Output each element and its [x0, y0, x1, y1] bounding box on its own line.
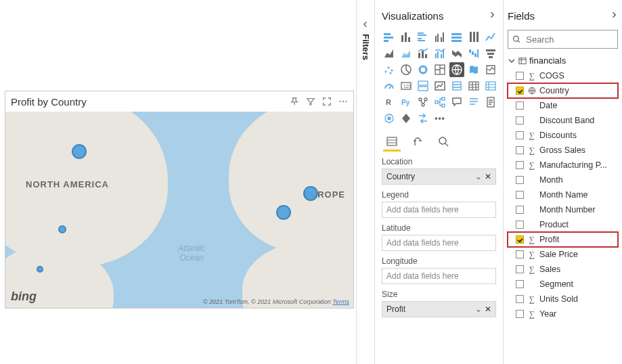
- checkbox[interactable]: [516, 265, 524, 273]
- remove-icon[interactable]: ✕: [485, 304, 491, 314]
- python-visual-icon[interactable]: Py: [399, 95, 414, 110]
- ribbon-chart-icon[interactable]: [449, 46, 464, 61]
- map-icon[interactable]: [449, 62, 464, 77]
- checkbox[interactable]: [516, 280, 524, 288]
- field-sales[interactable]: ∑Sales: [508, 262, 618, 277]
- focus-mode-icon[interactable]: [322, 97, 332, 106]
- stacked-area-icon[interactable]: [399, 46, 414, 61]
- checkbox[interactable]: [516, 87, 524, 95]
- treemap-icon[interactable]: [432, 62, 447, 77]
- field-date[interactable]: Date: [508, 98, 618, 113]
- shape-map-icon[interactable]: [483, 62, 498, 77]
- paginated-report-icon[interactable]: [483, 95, 498, 110]
- field-month[interactable]: Month: [508, 173, 618, 187]
- stacked-column-100-icon[interactable]: [466, 30, 481, 45]
- collapse-icon[interactable]: [488, 11, 496, 21]
- legend-well[interactable]: Add data fields here: [382, 202, 496, 218]
- slicer-icon[interactable]: [449, 78, 464, 93]
- field-segment[interactable]: Segment: [508, 277, 618, 292]
- field-manufacturing-p-[interactable]: ∑Manufacturing P...: [508, 158, 618, 173]
- map-bubble[interactable]: [303, 186, 318, 201]
- map-bubble[interactable]: [58, 225, 66, 233]
- chevron-down-icon[interactable]: ⌄: [475, 304, 482, 314]
- pin-icon[interactable]: [290, 97, 299, 106]
- filled-map-icon[interactable]: [466, 62, 481, 77]
- card-icon[interactable]: 123: [399, 78, 414, 93]
- fields-search[interactable]: [508, 30, 618, 49]
- checkbox[interactable]: [516, 176, 524, 184]
- table-financials[interactable]: financials: [508, 55, 618, 66]
- multi-row-card-icon[interactable]: [416, 78, 430, 93]
- analytics-tab-icon[interactable]: [436, 133, 451, 150]
- checkbox[interactable]: [516, 221, 524, 229]
- table-icon[interactable]: [466, 78, 481, 93]
- map-visual[interactable]: Profit by Country NORTH AMERICA EUROPE A…: [5, 91, 354, 309]
- waterfall-icon[interactable]: [466, 46, 481, 61]
- remove-icon[interactable]: ✕: [485, 172, 491, 181]
- report-canvas[interactable]: Profit by Country NORTH AMERICA EUROPE A…: [0, 0, 356, 364]
- checkbox[interactable]: [516, 191, 524, 199]
- line-stacked-column-icon[interactable]: [416, 46, 430, 61]
- checkbox[interactable]: [516, 250, 524, 258]
- filter-icon[interactable]: [306, 97, 315, 106]
- terms-link[interactable]: Terms: [332, 298, 349, 305]
- field-month-number[interactable]: Month Number: [508, 202, 618, 217]
- chevron-down-icon[interactable]: ⌄: [475, 172, 482, 181]
- funnel-icon[interactable]: [483, 46, 498, 61]
- checkbox[interactable]: [516, 131, 524, 139]
- map-body[interactable]: NORTH AMERICA EUROPE Atlantic Ocean bing…: [5, 112, 353, 308]
- checkbox[interactable]: [516, 161, 524, 169]
- map-bubble[interactable]: [276, 205, 291, 220]
- stacked-bar-100-icon[interactable]: [449, 30, 464, 45]
- fields-tab-icon[interactable]: [384, 133, 399, 150]
- size-well[interactable]: Profit ⌄ ✕: [382, 301, 496, 317]
- map-bubble[interactable]: [72, 144, 87, 159]
- checkbox[interactable]: [516, 206, 524, 214]
- collapse-icon[interactable]: [610, 11, 618, 21]
- get-more-visuals-icon[interactable]: •••: [432, 111, 447, 126]
- area-chart-icon[interactable]: [382, 46, 397, 61]
- format-tab-icon[interactable]: [410, 133, 425, 150]
- power-apps-icon[interactable]: [399, 111, 414, 126]
- decomposition-tree-icon[interactable]: [432, 95, 447, 110]
- scatter-icon[interactable]: [382, 62, 397, 77]
- checkbox[interactable]: [516, 310, 524, 318]
- field-product[interactable]: Product: [508, 217, 618, 232]
- location-well[interactable]: Country ⌄ ✕: [382, 168, 496, 185]
- longitude-well[interactable]: Add data fields here: [382, 268, 496, 284]
- more-options-icon[interactable]: [338, 97, 348, 106]
- checkbox[interactable]: [516, 116, 524, 124]
- kpi-icon[interactable]: [432, 78, 447, 93]
- filters-pane-collapsed[interactable]: Filters: [356, 0, 375, 364]
- line-clustered-column-icon[interactable]: [432, 46, 447, 61]
- latitude-well[interactable]: Add data fields here: [382, 235, 496, 251]
- clustered-bar-icon[interactable]: [416, 30, 430, 45]
- line-chart-icon[interactable]: [483, 30, 498, 45]
- field-country[interactable]: Country: [508, 83, 618, 98]
- matrix-icon[interactable]: [483, 78, 498, 93]
- checkbox[interactable]: [516, 72, 524, 80]
- field-profit[interactable]: ∑Profit: [508, 232, 618, 247]
- power-automate-icon[interactable]: [416, 111, 430, 126]
- field-month-name[interactable]: Month Name: [508, 187, 618, 202]
- field-discount-band[interactable]: Discount Band: [508, 113, 618, 128]
- map-bubble[interactable]: [37, 266, 43, 273]
- checkbox[interactable]: [516, 235, 524, 244]
- key-influencers-icon[interactable]: [416, 95, 430, 110]
- gauge-icon[interactable]: [382, 78, 397, 93]
- qa-visual-icon[interactable]: [449, 95, 464, 110]
- stacked-bar-icon[interactable]: [382, 30, 397, 45]
- search-input[interactable]: [525, 34, 613, 45]
- checkbox[interactable]: [516, 295, 524, 303]
- field-sale-price[interactable]: ∑Sale Price: [508, 247, 618, 262]
- smart-narrative-icon[interactable]: [466, 95, 481, 110]
- field-year[interactable]: ∑Year: [508, 306, 618, 321]
- field-gross-sales[interactable]: ∑Gross Sales: [508, 143, 618, 158]
- clustered-column-icon[interactable]: [432, 30, 447, 45]
- stacked-column-icon[interactable]: [399, 30, 414, 45]
- pie-icon[interactable]: [399, 62, 414, 77]
- r-visual-icon[interactable]: R: [382, 95, 397, 110]
- field-discounts[interactable]: ∑Discounts: [508, 128, 618, 143]
- checkbox[interactable]: [516, 101, 524, 110]
- field-cogs[interactable]: ∑COGS: [508, 68, 618, 83]
